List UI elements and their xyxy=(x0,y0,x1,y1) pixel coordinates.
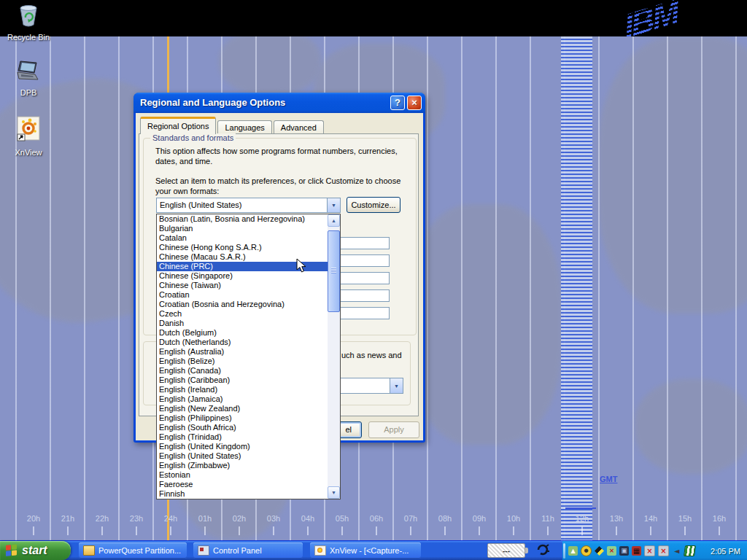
control-panel-icon xyxy=(198,545,209,556)
timezone-label: 02h xyxy=(233,514,246,523)
task-button-powerquest-partition[interactable]: PowerQuest Partition... xyxy=(79,542,187,559)
windows-flag-icon xyxy=(6,544,18,557)
scroll-down-button[interactable]: ▼ xyxy=(328,486,340,499)
language-list-item[interactable]: Croatian (Bosnia and Herzegovina) xyxy=(157,300,328,309)
apply-button[interactable]: Apply xyxy=(368,421,419,438)
language-list-item[interactable]: English (Caribbean) xyxy=(157,376,328,385)
language-list-item[interactable]: Finnish xyxy=(157,489,328,499)
ac-power-plug-icon[interactable] xyxy=(536,544,551,559)
language-list-item[interactable]: English (Australia) xyxy=(157,347,328,357)
display-offline-icon[interactable] xyxy=(644,545,655,556)
network-icon[interactable] xyxy=(619,546,629,556)
language-list-item[interactable]: English (Canada) xyxy=(157,366,328,376)
timezone-label: 08h xyxy=(438,514,452,523)
chevron-down-icon[interactable]: ▼ xyxy=(327,198,340,212)
desktop-icon-dpb[interactable]: DPB xyxy=(0,60,57,97)
timezone-tick xyxy=(170,526,171,535)
timezone-tick xyxy=(273,526,274,535)
language-list-item[interactable]: English (Philippines) xyxy=(157,413,328,423)
list-scrollbar[interactable]: ▲ ▼ xyxy=(328,214,340,499)
language-list-item[interactable]: Faeroese xyxy=(157,480,328,489)
start-button[interactable]: start xyxy=(0,541,71,560)
language-list-item[interactable]: English (Zimbabwe) xyxy=(157,461,328,470)
timezone-tick xyxy=(410,526,411,535)
language-list-item[interactable]: Chinese (Hong Kong S.A.R.) xyxy=(157,243,328,252)
timezone-label: 22h xyxy=(96,514,109,523)
location-text-fragment: uch as news and xyxy=(341,350,402,360)
help-button[interactable]: ? xyxy=(390,96,405,110)
timezone-label: 20h xyxy=(27,514,40,523)
language-list-item[interactable]: English (New Zealand) xyxy=(157,404,328,413)
tab-regional-options[interactable]: Regional Options xyxy=(140,117,216,134)
xnview-icon xyxy=(15,115,42,146)
gmt-offset-marker xyxy=(565,508,596,509)
timezone-tick xyxy=(341,526,343,535)
language-list-item[interactable]: English (South Africa) xyxy=(157,423,328,432)
timezone-label: 14h xyxy=(644,514,657,523)
timezone-label: 07h xyxy=(404,514,417,523)
timezone-label: 24h xyxy=(164,514,177,523)
desktop-icon-label: DPB xyxy=(20,88,37,97)
tab-advanced[interactable]: Advanced xyxy=(274,120,324,134)
customize-button[interactable]: Customize... xyxy=(347,197,400,213)
desktop-icon-label: Recycle Bin xyxy=(7,33,50,42)
scheduler-icon[interactable] xyxy=(684,545,696,556)
language-list-item[interactable]: English (United Kingdom) xyxy=(157,442,328,451)
remote-display-icon[interactable] xyxy=(658,545,669,556)
scroll-thumb[interactable] xyxy=(328,230,340,312)
recycle-bin-icon xyxy=(15,3,42,31)
desktop-screen: IBM GMT 20h21h22h23h24h01h02h03h04h05h06… xyxy=(0,0,747,560)
modem-icon[interactable] xyxy=(581,545,592,556)
language-list-item[interactable]: English (United States) xyxy=(157,451,328,461)
timezone-tick xyxy=(650,526,651,535)
standards-instruction: Select an item to match its preferences,… xyxy=(155,176,414,196)
task-button-label: XnView - [<Capture-... xyxy=(330,546,409,555)
language-list-item[interactable]: Croatian xyxy=(157,290,328,300)
desktop-icon-recycle-bin[interactable]: Recycle Bin xyxy=(0,3,57,42)
task-button-control-panel[interactable]: Control Panel xyxy=(193,542,303,559)
laptop-icon xyxy=(15,60,42,86)
mouse-cursor xyxy=(296,258,306,276)
timezone-label: 10h xyxy=(507,514,520,523)
language-list-item[interactable]: English (Jamaica) xyxy=(157,394,328,404)
chevron-down-icon[interactable]: ▼ xyxy=(390,378,403,393)
language-list-item[interactable]: English (Belize) xyxy=(157,357,328,366)
dialog-titlebar[interactable]: Regional and Language Options ? × xyxy=(133,93,425,113)
scroll-up-button[interactable]: ▲ xyxy=(328,214,340,227)
tab-languages[interactable]: Languages xyxy=(217,120,271,134)
dialog-title: Regional and Language Options xyxy=(140,93,285,113)
language-list-item[interactable]: Chinese (Taiwan) xyxy=(157,281,328,290)
timezone-tick xyxy=(616,526,617,535)
timezone-label: 23h xyxy=(130,514,143,523)
removable-device-icon[interactable] xyxy=(568,546,578,556)
battery-meter[interactable]: --- xyxy=(487,543,525,558)
system-tray: 2:05 PM xyxy=(562,541,747,560)
timezone-label: 04h xyxy=(301,514,314,523)
volume-icon[interactable] xyxy=(672,546,681,556)
timezone-tick xyxy=(136,526,137,535)
language-list-item[interactable]: Dutch (Netherlands) xyxy=(157,338,328,347)
language-list-item[interactable]: Bosnian (Latin, Bosnia and Herzegovina) xyxy=(157,214,328,224)
language-list-item[interactable]: Estonian xyxy=(157,470,328,480)
language-list-item[interactable]: English (Ireland) xyxy=(157,385,328,394)
status-icon[interactable] xyxy=(607,546,616,556)
language-list-item[interactable]: Catalan xyxy=(157,233,328,243)
format-combobox[interactable]: English (United States) ▼ xyxy=(156,198,341,213)
timezone-tick xyxy=(547,526,549,535)
timezone-tick xyxy=(307,526,309,535)
desktop-icon-xnview[interactable]: XnView xyxy=(0,115,57,157)
taskbar-clock[interactable]: 2:05 PM xyxy=(711,547,747,556)
language-list-item[interactable]: Czech xyxy=(157,309,328,319)
signal-meter-icon[interactable] xyxy=(632,546,641,556)
language-list-item[interactable]: English (Trinidad) xyxy=(157,432,328,442)
language-list-item[interactable]: Dutch (Belgium) xyxy=(157,328,328,338)
task-button-xnview-capture[interactable]: XnView - [<Capture-... xyxy=(310,542,421,559)
timezone-label: 11h xyxy=(541,514,554,523)
desktop-icon-label: XnView xyxy=(15,148,42,157)
close-button[interactable]: × xyxy=(407,96,422,110)
language-list-item[interactable]: Danish xyxy=(157,319,328,328)
language-list-item[interactable]: Bulgarian xyxy=(157,224,328,233)
power-meter-icon[interactable] xyxy=(595,546,604,556)
timezone-tick xyxy=(376,526,377,535)
timezone-tick xyxy=(513,526,514,535)
